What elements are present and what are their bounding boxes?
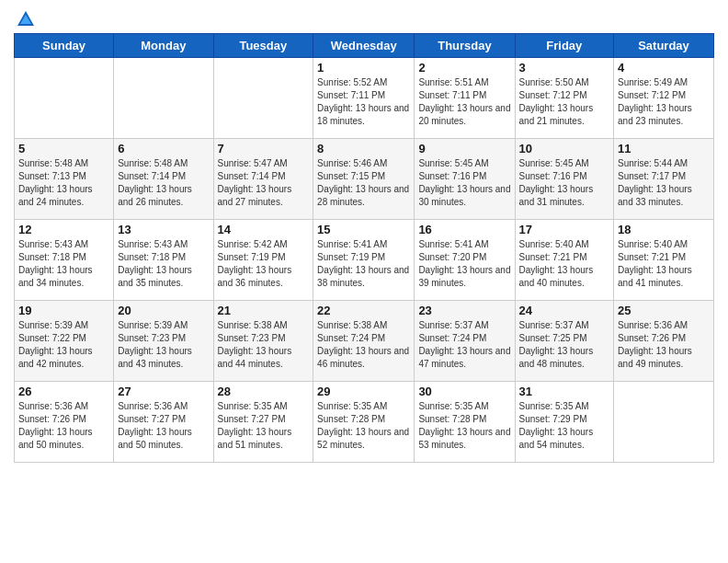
day-number: 27 [118,385,209,398]
day-info: Sunrise: 5:44 AM Sunset: 7:17 PM Dayligh… [618,157,710,209]
calendar-week-row: 19Sunrise: 5:39 AM Sunset: 7:22 PM Dayli… [15,301,714,382]
day-number: 5 [18,142,109,155]
calendar-cell: 14Sunrise: 5:42 AM Sunset: 7:19 PM Dayli… [213,220,313,301]
calendar-cell: 23Sunrise: 5:37 AM Sunset: 7:24 PM Dayli… [415,301,515,382]
calendar-cell: 18Sunrise: 5:40 AM Sunset: 7:21 PM Dayli… [614,220,714,301]
calendar-cell [213,58,313,139]
logo-icon [16,9,36,29]
day-info: Sunrise: 5:47 AM Sunset: 7:14 PM Dayligh… [218,157,310,209]
day-info: Sunrise: 5:39 AM Sunset: 7:23 PM Dayligh… [118,319,209,371]
day-number: 1 [317,61,410,75]
day-number: 9 [418,142,510,155]
calendar-cell: 25Sunrise: 5:36 AM Sunset: 7:26 PM Dayli… [614,301,714,382]
day-info: Sunrise: 5:46 AM Sunset: 7:15 PM Dayligh… [317,157,410,209]
calendar-cell [15,58,114,139]
day-number: 29 [317,385,410,398]
day-info: Sunrise: 5:40 AM Sunset: 7:21 PM Dayligh… [618,238,710,290]
day-number: 4 [618,61,710,75]
calendar-cell: 26Sunrise: 5:36 AM Sunset: 7:26 PM Dayli… [15,382,114,463]
calendar-week-row: 1Sunrise: 5:52 AM Sunset: 7:11 PM Daylig… [15,58,714,139]
calendar-cell: 27Sunrise: 5:36 AM Sunset: 7:27 PM Dayli… [114,382,213,463]
calendar-cell: 31Sunrise: 5:35 AM Sunset: 7:29 PM Dayli… [515,382,614,463]
calendar-cell: 8Sunrise: 5:46 AM Sunset: 7:15 PM Daylig… [313,139,415,220]
day-number: 14 [218,223,310,236]
weekday-header: Thursday [415,34,515,58]
day-info: Sunrise: 5:51 AM Sunset: 7:11 PM Dayligh… [418,76,510,128]
day-info: Sunrise: 5:41 AM Sunset: 7:19 PM Dayligh… [317,238,410,290]
calendar-cell: 17Sunrise: 5:40 AM Sunset: 7:21 PM Dayli… [515,220,614,301]
day-info: Sunrise: 5:35 AM Sunset: 7:28 PM Dayligh… [418,400,510,452]
day-info: Sunrise: 5:48 AM Sunset: 7:13 PM Dayligh… [18,157,109,209]
day-info: Sunrise: 5:45 AM Sunset: 7:16 PM Dayligh… [519,157,610,209]
day-number: 24 [519,304,610,317]
day-number: 17 [519,223,610,236]
calendar-table: SundayMondayTuesdayWednesdayThursdayFrid… [14,33,714,463]
day-info: Sunrise: 5:50 AM Sunset: 7:12 PM Dayligh… [519,76,610,128]
day-info: Sunrise: 5:49 AM Sunset: 7:12 PM Dayligh… [618,76,710,128]
calendar-week-row: 12Sunrise: 5:43 AM Sunset: 7:18 PM Dayli… [15,220,714,301]
day-info: Sunrise: 5:36 AM Sunset: 7:26 PM Dayligh… [618,319,710,371]
calendar-cell: 22Sunrise: 5:38 AM Sunset: 7:24 PM Dayli… [313,301,415,382]
day-info: Sunrise: 5:35 AM Sunset: 7:28 PM Dayligh… [317,400,410,452]
calendar-cell: 29Sunrise: 5:35 AM Sunset: 7:28 PM Dayli… [313,382,415,463]
day-number: 15 [317,223,410,236]
day-number: 25 [618,304,710,317]
calendar-cell: 19Sunrise: 5:39 AM Sunset: 7:22 PM Dayli… [15,301,114,382]
day-number: 8 [317,142,410,155]
day-info: Sunrise: 5:42 AM Sunset: 7:19 PM Dayligh… [218,238,310,290]
day-number: 31 [519,385,610,398]
day-number: 6 [118,142,209,155]
calendar-cell: 3Sunrise: 5:50 AM Sunset: 7:12 PM Daylig… [515,58,614,139]
weekday-header: Saturday [614,34,714,58]
day-info: Sunrise: 5:45 AM Sunset: 7:16 PM Dayligh… [418,157,510,209]
day-info: Sunrise: 5:48 AM Sunset: 7:14 PM Dayligh… [118,157,209,209]
calendar-week-row: 26Sunrise: 5:36 AM Sunset: 7:26 PM Dayli… [15,382,714,463]
day-info: Sunrise: 5:43 AM Sunset: 7:18 PM Dayligh… [18,238,109,290]
page: SundayMondayTuesdayWednesdayThursdayFrid… [0,0,728,563]
day-info: Sunrise: 5:40 AM Sunset: 7:21 PM Dayligh… [519,238,610,290]
day-number: 26 [18,385,109,398]
day-info: Sunrise: 5:43 AM Sunset: 7:18 PM Dayligh… [118,238,209,290]
day-info: Sunrise: 5:36 AM Sunset: 7:27 PM Dayligh… [118,400,209,452]
day-number: 28 [218,385,310,398]
day-info: Sunrise: 5:41 AM Sunset: 7:20 PM Dayligh… [418,238,510,290]
day-info: Sunrise: 5:52 AM Sunset: 7:11 PM Dayligh… [317,76,410,128]
day-number: 13 [118,223,209,236]
weekday-header: Wednesday [313,34,415,58]
weekday-header: Sunday [15,34,114,58]
day-info: Sunrise: 5:37 AM Sunset: 7:25 PM Dayligh… [519,319,610,371]
calendar-cell: 4Sunrise: 5:49 AM Sunset: 7:12 PM Daylig… [614,58,714,139]
day-number: 20 [118,304,209,317]
calendar-week-row: 5Sunrise: 5:48 AM Sunset: 7:13 PM Daylig… [15,139,714,220]
calendar-cell [614,382,714,463]
day-number: 3 [519,61,610,75]
day-number: 7 [218,142,310,155]
day-number: 22 [317,304,410,317]
weekday-header: Monday [114,34,213,58]
calendar-cell: 5Sunrise: 5:48 AM Sunset: 7:13 PM Daylig… [15,139,114,220]
calendar-cell: 12Sunrise: 5:43 AM Sunset: 7:18 PM Dayli… [15,220,114,301]
calendar-cell: 11Sunrise: 5:44 AM Sunset: 7:17 PM Dayli… [614,139,714,220]
day-info: Sunrise: 5:37 AM Sunset: 7:24 PM Dayligh… [418,319,510,371]
logo [14,9,36,26]
logo-text [14,9,36,29]
day-number: 19 [18,304,109,317]
day-info: Sunrise: 5:36 AM Sunset: 7:26 PM Dayligh… [18,400,109,452]
day-number: 23 [418,304,510,317]
day-info: Sunrise: 5:39 AM Sunset: 7:22 PM Dayligh… [18,319,109,371]
day-number: 30 [418,385,510,398]
header [14,9,714,26]
day-info: Sunrise: 5:35 AM Sunset: 7:27 PM Dayligh… [218,400,310,452]
calendar-cell: 9Sunrise: 5:45 AM Sunset: 7:16 PM Daylig… [415,139,515,220]
day-number: 16 [418,223,510,236]
day-info: Sunrise: 5:38 AM Sunset: 7:24 PM Dayligh… [317,319,410,371]
calendar-cell: 21Sunrise: 5:38 AM Sunset: 7:23 PM Dayli… [213,301,313,382]
weekday-header: Friday [515,34,614,58]
day-number: 18 [618,223,710,236]
calendar-cell: 20Sunrise: 5:39 AM Sunset: 7:23 PM Dayli… [114,301,213,382]
calendar-cell: 13Sunrise: 5:43 AM Sunset: 7:18 PM Dayli… [114,220,213,301]
calendar-cell: 24Sunrise: 5:37 AM Sunset: 7:25 PM Dayli… [515,301,614,382]
day-info: Sunrise: 5:35 AM Sunset: 7:29 PM Dayligh… [519,400,610,452]
calendar-cell: 7Sunrise: 5:47 AM Sunset: 7:14 PM Daylig… [213,139,313,220]
day-info: Sunrise: 5:38 AM Sunset: 7:23 PM Dayligh… [218,319,310,371]
